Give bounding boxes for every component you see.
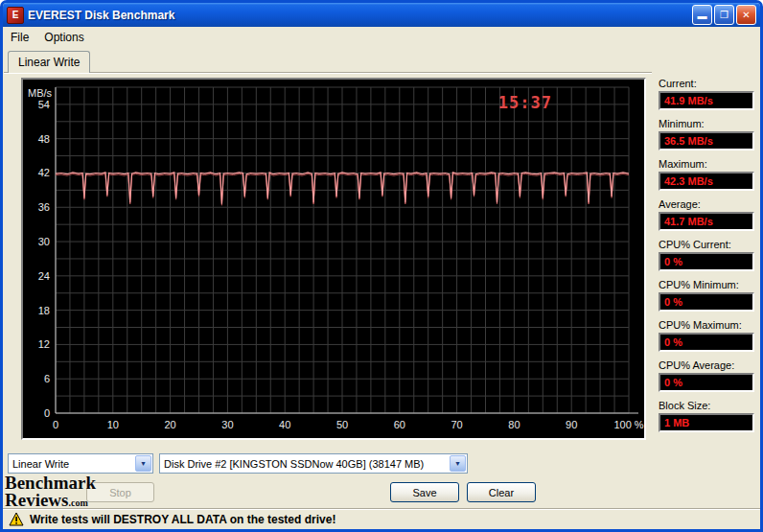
save-button[interactable]: Save	[390, 482, 459, 502]
status-bar: Write tests will DESTROY ALL DATA on the…	[3, 508, 760, 529]
svg-text:70: 70	[451, 419, 462, 430]
stat-minimum: Minimum: 36.5 MB/s	[659, 118, 754, 150]
svg-text:40: 40	[279, 419, 290, 430]
app-icon: E	[7, 7, 24, 24]
stat-value: 41.9 MB/s	[659, 91, 754, 110]
app-window: E EVEREST Disk Benchmark ▬ ❐ ✕ File Opti…	[0, 0, 763, 532]
stat-value: 0 %	[659, 373, 754, 392]
menu-item-options[interactable]: Options	[36, 29, 91, 46]
svg-text:30: 30	[38, 236, 50, 247]
close-icon: ✕	[742, 11, 750, 20]
stat-label: Minimum:	[659, 118, 754, 129]
svg-text:MB/s: MB/s	[28, 87, 53, 99]
maximize-icon: ❐	[720, 11, 728, 20]
svg-text:100 %: 100 %	[613, 419, 643, 430]
svg-text:36: 36	[38, 201, 50, 213]
svg-text:90: 90	[566, 419, 577, 430]
status-warning-text: Write tests will DESTROY ALL DATA on the…	[30, 513, 335, 526]
stat-value: 0 %	[659, 292, 754, 312]
stat-cpu-average: CPU% Average: 0 %	[659, 359, 754, 392]
svg-text:18: 18	[38, 305, 50, 316]
stat-maximum: Maximum: 42.3 MB/s	[659, 158, 754, 191]
stat-label: Current:	[659, 78, 754, 89]
chevron-down-icon[interactable]: ▼	[450, 455, 466, 472]
drive-select-value: Disk Drive #2 [KINGSTON SSDNow 40GB] (38…	[160, 458, 449, 470]
stat-label: Block Size:	[659, 400, 754, 411]
tab-linear-write[interactable]: Linear Write	[8, 51, 90, 73]
svg-text:60: 60	[394, 419, 405, 430]
window-title: EVEREST Disk Benchmark	[28, 9, 690, 22]
stat-label: CPU% Average:	[659, 359, 754, 371]
stat-value: 41.7 MB/s	[659, 212, 754, 231]
stat-current: Current: 41.9 MB/s	[659, 78, 754, 110]
svg-text:6: 6	[44, 373, 50, 384]
svg-text:30: 30	[221, 419, 233, 430]
stat-cpu-minimum: CPU% Minimum: 0 %	[659, 279, 754, 312]
minimize-icon: ▬	[698, 12, 707, 21]
stat-label: CPU% Minimum:	[659, 279, 754, 290]
svg-text:0: 0	[44, 407, 50, 419]
svg-text:24: 24	[38, 270, 50, 282]
stop-button[interactable]: Stop	[86, 482, 154, 502]
clear-button[interactable]: Clear	[467, 482, 536, 502]
titlebar: E EVEREST Disk Benchmark ▬ ❐ ✕	[3, 3, 760, 27]
stat-label: CPU% Maximum:	[659, 319, 754, 331]
drive-select[interactable]: Disk Drive #2 [KINGSTON SSDNow 40GB] (38…	[159, 453, 468, 474]
stat-label: Average:	[659, 198, 754, 210]
logo-line2: Reviews.com	[5, 492, 96, 509]
svg-text:10: 10	[107, 419, 119, 430]
svg-text:42: 42	[38, 167, 50, 178]
logo-suffix: .com	[68, 497, 87, 508]
stat-value: 42.3 MB/s	[659, 172, 754, 191]
stat-value: 1 MB	[659, 413, 754, 432]
svg-text:48: 48	[38, 133, 50, 145]
svg-text:15:37: 15:37	[498, 93, 552, 112]
svg-text:12: 12	[38, 338, 50, 350]
menu-bar: File Options	[3, 27, 760, 47]
benchmarkreviews-logo: Benchmark Reviews.com	[5, 474, 96, 509]
stat-label: CPU% Current:	[659, 239, 754, 250]
stat-value: 0 %	[659, 252, 754, 271]
svg-text:80: 80	[508, 419, 520, 430]
close-button[interactable]: ✕	[736, 5, 756, 25]
svg-text:0: 0	[53, 419, 58, 430]
tab-pane-divider	[4, 72, 652, 73]
stats-panel: Current: 41.9 MB/s Minimum: 36.5 MB/s Ma…	[659, 78, 754, 440]
svg-text:50: 50	[336, 419, 348, 430]
maximize-button[interactable]: ❐	[714, 5, 734, 25]
test-type-select[interactable]: Linear Write ▼	[8, 453, 153, 474]
svg-text:54: 54	[38, 99, 50, 110]
stat-average: Average: 41.7 MB/s	[659, 198, 754, 231]
stat-label: Maximum:	[659, 158, 754, 170]
warning-icon	[9, 512, 24, 526]
svg-text:20: 20	[164, 419, 175, 430]
stat-value: 36.5 MB/s	[659, 131, 754, 150]
menu-item-file[interactable]: File	[3, 29, 36, 46]
minimize-button[interactable]: ▬	[692, 5, 712, 25]
stat-cpu-maximum: CPU% Maximum: 0 %	[659, 319, 754, 352]
chevron-down-icon[interactable]: ▼	[135, 455, 151, 472]
test-type-value: Linear Write	[9, 458, 134, 470]
stat-value: 0 %	[659, 333, 754, 352]
stat-block-size: Block Size: 1 MB	[659, 400, 754, 432]
benchmark-graph-panel: 0612182430364248540102030405060708090100…	[21, 78, 646, 440]
stat-cpu-current: CPU% Current: 0 %	[659, 239, 754, 271]
benchmark-chart: 0612182430364248540102030405060708090100…	[23, 80, 644, 438]
